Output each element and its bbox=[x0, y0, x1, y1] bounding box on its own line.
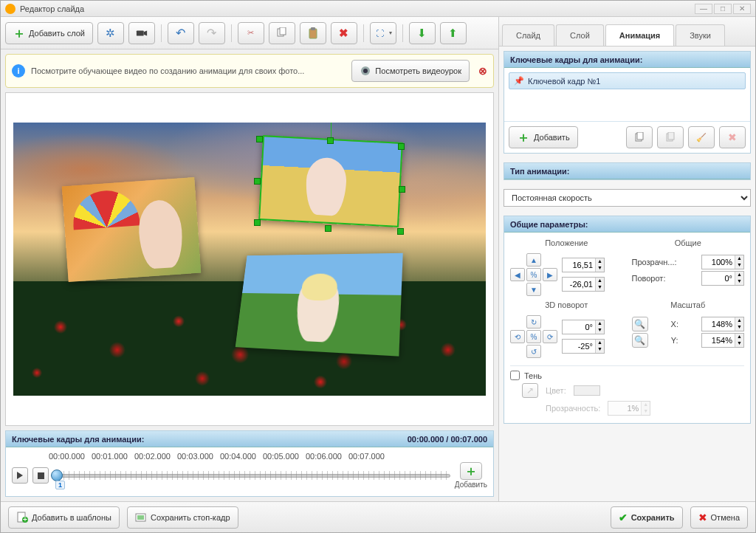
rot3d-y-input[interactable]: ▲▼ bbox=[562, 339, 605, 354]
paste-button[interactable] bbox=[300, 22, 326, 44]
scale-x-input[interactable]: ▲▼ bbox=[701, 317, 744, 331]
delete-button[interactable]: ✖ bbox=[331, 22, 357, 44]
add-layer-button[interactable]: ＋ Добавить слой bbox=[5, 22, 93, 44]
resize-handle[interactable] bbox=[325, 225, 331, 232]
rot3d-down-icon[interactable]: ↺ bbox=[526, 345, 541, 358]
keyframe-item-label: Ключевой кадр №1 bbox=[528, 77, 600, 86]
camera-button[interactable] bbox=[128, 22, 155, 44]
pin-icon: 📌 bbox=[514, 76, 524, 86]
center-icon[interactable]: % bbox=[526, 268, 541, 281]
resize-handle[interactable] bbox=[327, 137, 334, 144]
copy-button[interactable] bbox=[269, 22, 295, 44]
rot3d-group-label: 3D поворот bbox=[510, 299, 623, 312]
eye-icon bbox=[360, 65, 371, 77]
timeline-ticks: 00:00.00000:01.00000:02.00000:03.00000:0… bbox=[49, 452, 487, 461]
timeline-track[interactable]: 1 bbox=[53, 469, 450, 482]
delete-icon: ✖ bbox=[338, 27, 350, 39]
gear-button[interactable]: ✲ bbox=[97, 22, 124, 44]
scale-group-label: Масштаб bbox=[632, 299, 745, 312]
position-arrow-pad[interactable]: ▲ ◀%▶ ▼ bbox=[510, 253, 557, 296]
resize-handle[interactable] bbox=[256, 136, 263, 142]
keyframe-item[interactable]: 📌 Ключевой кадр №1 bbox=[509, 72, 746, 89]
minimize-button[interactable]: — bbox=[695, 4, 712, 14]
scale-y-input[interactable]: ▲▼ bbox=[701, 333, 744, 348]
keyframe-add-button[interactable]: ＋Добавить bbox=[509, 126, 578, 148]
rotation-input[interactable]: ▲▼ bbox=[701, 271, 744, 286]
common-group-label: Общие bbox=[632, 237, 745, 250]
resize-handle[interactable] bbox=[398, 143, 405, 150]
undo-button[interactable]: ↶ bbox=[168, 22, 194, 44]
timeline-playhead[interactable] bbox=[51, 470, 63, 481]
animation-type-select[interactable]: Постоянная скорость bbox=[504, 189, 751, 207]
time-total: 00:07.000 bbox=[450, 435, 487, 444]
close-button[interactable]: ✕ bbox=[733, 4, 751, 14]
svg-rect-4 bbox=[311, 27, 315, 30]
save-frame-icon bbox=[135, 512, 147, 523]
resize-handle[interactable] bbox=[254, 219, 261, 226]
position-y-input[interactable]: ▲▼ bbox=[562, 277, 605, 292]
layer-photo-1[interactable] bbox=[62, 177, 202, 282]
arrow-down-icon: ⬇ bbox=[416, 27, 428, 39]
position-x-input[interactable]: ▲▼ bbox=[562, 258, 605, 272]
paste-icon bbox=[307, 27, 319, 39]
window-title: Редактор слайда bbox=[20, 4, 695, 13]
keyframe-paste-button[interactable] bbox=[657, 126, 684, 148]
keyframe-delete-button[interactable]: ✖ bbox=[719, 126, 746, 148]
add-layer-label: Добавить слой bbox=[29, 29, 85, 38]
layer-photo-3[interactable] bbox=[236, 253, 403, 357]
resize-handle[interactable] bbox=[397, 228, 404, 235]
add-keyframe-button[interactable]: ＋ bbox=[460, 462, 482, 480]
save-button[interactable]: ✔ Сохранить bbox=[611, 506, 683, 529]
shadow-color-swatch bbox=[574, 385, 600, 396]
move-down-button[interactable]: ⬇ bbox=[409, 22, 436, 44]
tab-slide[interactable]: Слайд bbox=[502, 24, 554, 46]
zoom-in-button[interactable]: 🔍 bbox=[632, 317, 648, 331]
info-text: Посмотрите обучающее видео по созданию а… bbox=[31, 66, 346, 76]
copy-icon bbox=[276, 27, 288, 39]
position-group-label: Положение bbox=[510, 237, 623, 250]
slide-canvas[interactable] bbox=[5, 92, 494, 426]
play-button[interactable] bbox=[12, 467, 28, 484]
shadow-checkbox[interactable] bbox=[510, 371, 520, 380]
rot3d-up-icon[interactable]: ↻ bbox=[526, 315, 541, 329]
rot3d-x-input[interactable]: ▲▼ bbox=[562, 320, 605, 334]
svg-rect-7 bbox=[38, 472, 44, 479]
keyframe-copy-button[interactable] bbox=[626, 126, 653, 148]
keyframe-indicator[interactable]: 1 bbox=[55, 481, 65, 489]
arrow-down-icon[interactable]: ▼ bbox=[526, 283, 541, 296]
move-up-button[interactable]: ⬆ bbox=[440, 22, 467, 44]
fit-button[interactable]: ⛶▾ bbox=[370, 22, 396, 44]
rot3d-right-icon[interactable]: ⟳ bbox=[543, 330, 557, 343]
resize-handle[interactable] bbox=[254, 178, 261, 185]
save-stopframe-label: Сохранить стоп-кадр bbox=[151, 513, 230, 522]
rot3d-left-icon[interactable]: ⟲ bbox=[510, 330, 525, 343]
tab-animation[interactable]: Анимация bbox=[605, 24, 674, 46]
cancel-button[interactable]: ✖ Отмена bbox=[690, 506, 748, 529]
shadow-direction-button: ↗ bbox=[522, 383, 538, 398]
arrow-up-icon[interactable]: ▲ bbox=[526, 253, 541, 266]
arrow-right-icon[interactable]: ▶ bbox=[543, 268, 557, 281]
watch-tutorial-label: Посмотреть видеоурок bbox=[375, 66, 461, 75]
rot3d-center-icon[interactable]: % bbox=[526, 330, 541, 343]
plus-icon: ＋ bbox=[517, 128, 530, 146]
svg-rect-9 bbox=[637, 132, 643, 140]
redo-button[interactable]: ↷ bbox=[199, 22, 225, 44]
tab-layer[interactable]: Слой bbox=[556, 24, 604, 46]
resize-handle[interactable] bbox=[399, 186, 405, 193]
save-stopframe-button[interactable]: Сохранить стоп-кадр bbox=[127, 506, 238, 529]
zoom-out-button[interactable]: 🔍 bbox=[632, 333, 648, 348]
shadow-label: Тень bbox=[524, 371, 542, 380]
maximize-button[interactable]: □ bbox=[714, 4, 732, 14]
cut-button[interactable]: ✂ bbox=[238, 22, 264, 44]
camera-icon bbox=[136, 27, 148, 39]
stop-button[interactable] bbox=[32, 467, 49, 484]
opacity-input[interactable]: ▲▼ bbox=[701, 255, 744, 269]
layer-photo-2-selected[interactable] bbox=[258, 135, 403, 227]
watch-tutorial-button[interactable]: Посмотреть видеоурок bbox=[351, 60, 470, 82]
info-close-button[interactable]: ⊗ bbox=[478, 65, 487, 77]
add-to-templates-button[interactable]: + Добавить в шаблоны bbox=[8, 506, 120, 529]
rot3d-arrow-pad[interactable]: ↻ ⟲%⟳ ↺ bbox=[510, 315, 557, 358]
tab-sounds[interactable]: Звуки bbox=[676, 24, 725, 46]
arrow-left-icon[interactable]: ◀ bbox=[510, 268, 525, 281]
keyframe-clear-button[interactable]: 🧹 bbox=[688, 126, 715, 148]
